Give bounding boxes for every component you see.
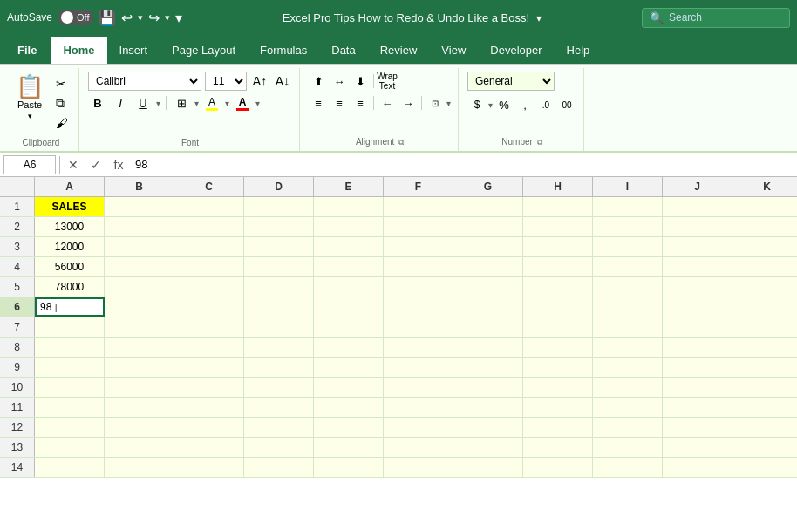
cell-j6[interactable] xyxy=(663,297,732,317)
cell-c1[interactable] xyxy=(174,197,244,216)
cell-d6[interactable] xyxy=(244,297,314,317)
cut-button[interactable]: ✂ xyxy=(52,75,72,92)
cell-g6[interactable] xyxy=(453,297,523,317)
cell-k3[interactable] xyxy=(732,237,797,256)
cell-h6[interactable] xyxy=(523,297,593,317)
cell-j7[interactable] xyxy=(663,317,732,337)
cell-f6[interactable] xyxy=(384,297,453,317)
cell-i13[interactable] xyxy=(593,438,663,457)
indent-right-button[interactable]: → xyxy=(398,93,418,113)
autosave-toggle[interactable]: Off xyxy=(58,10,92,25)
col-header-f[interactable]: F xyxy=(384,177,453,196)
cell-a6[interactable]: 98 | xyxy=(35,297,105,317)
cell-c12[interactable] xyxy=(174,418,244,437)
cell-e2[interactable] xyxy=(314,217,384,236)
cell-a7[interactable] xyxy=(35,317,105,337)
cell-k11[interactable] xyxy=(732,398,797,417)
cell-h1[interactable] xyxy=(523,197,593,216)
cell-d11[interactable] xyxy=(244,398,314,417)
cell-i8[interactable] xyxy=(593,338,663,357)
cell-j11[interactable] xyxy=(663,398,732,417)
cell-i12[interactable] xyxy=(593,418,663,437)
col-header-h[interactable]: H xyxy=(523,177,593,196)
cell-d5[interactable] xyxy=(244,277,314,297)
alignment-expand-icon[interactable]: ⧉ xyxy=(398,138,404,147)
cell-d10[interactable] xyxy=(244,378,314,397)
cell-k12[interactable] xyxy=(732,418,797,437)
tab-page-layout[interactable]: Page Layout xyxy=(160,35,248,64)
cell-f11[interactable] xyxy=(384,398,453,417)
cell-c7[interactable] xyxy=(174,317,244,337)
col-header-e[interactable]: E xyxy=(314,177,384,196)
cell-i3[interactable] xyxy=(593,237,663,256)
col-header-c[interactable]: C xyxy=(174,177,244,196)
cell-h5[interactable] xyxy=(523,277,593,297)
cell-e14[interactable] xyxy=(314,458,384,477)
title-dropdown-icon[interactable]: ▾ xyxy=(536,12,542,24)
cell-f12[interactable] xyxy=(384,418,453,437)
redo-icon[interactable]: ↪ xyxy=(148,10,160,26)
tab-review[interactable]: Review xyxy=(368,35,430,64)
cell-b8[interactable] xyxy=(105,338,174,357)
cell-b1[interactable] xyxy=(105,197,174,216)
cell-i9[interactable] xyxy=(593,358,663,377)
cell-a1[interactable]: SALES xyxy=(35,197,105,216)
cell-h12[interactable] xyxy=(523,418,593,437)
cell-i2[interactable] xyxy=(593,217,663,236)
cell-b6[interactable] xyxy=(105,297,174,317)
cell-i14[interactable] xyxy=(593,458,663,477)
cell-g8[interactable] xyxy=(453,338,523,357)
cell-i10[interactable] xyxy=(593,378,663,397)
cell-k8[interactable] xyxy=(732,338,797,357)
cell-c2[interactable] xyxy=(174,217,244,236)
cell-h2[interactable] xyxy=(523,217,593,236)
col-header-b[interactable]: B xyxy=(105,177,174,196)
cell-g13[interactable] xyxy=(453,438,523,457)
cell-f9[interactable] xyxy=(384,358,453,377)
border-button[interactable]: ⊞ xyxy=(172,93,191,113)
decrease-font-button[interactable]: A↓ xyxy=(273,72,292,91)
cell-h10[interactable] xyxy=(523,378,593,397)
align-middle-button[interactable]: ↔ xyxy=(330,72,349,91)
cell-d14[interactable] xyxy=(244,458,314,477)
col-header-k[interactable]: K xyxy=(732,177,797,196)
cell-a9[interactable] xyxy=(35,358,105,377)
cancel-formula-button[interactable]: ✕ xyxy=(64,155,83,174)
cell-g10[interactable] xyxy=(453,378,523,397)
customize-qat-icon[interactable]: ▾ xyxy=(175,10,182,26)
cell-f13[interactable] xyxy=(384,438,453,457)
increase-decimal-button[interactable]: .0 xyxy=(536,95,555,114)
cell-a13[interactable] xyxy=(35,438,105,457)
search-box[interactable]: 🔍 xyxy=(642,8,790,28)
cell-i4[interactable] xyxy=(593,257,663,276)
cell-d3[interactable] xyxy=(244,237,314,256)
format-painter-button[interactable]: 🖌 xyxy=(52,114,72,132)
cell-j13[interactable] xyxy=(663,438,732,457)
underline-dropdown[interactable]: ▾ xyxy=(156,99,160,108)
italic-button[interactable]: I xyxy=(111,93,130,113)
cell-b10[interactable] xyxy=(105,378,174,397)
fill-color-button[interactable]: A xyxy=(202,93,221,113)
cell-c5[interactable] xyxy=(174,277,244,297)
border-dropdown[interactable]: ▾ xyxy=(194,99,199,108)
cell-g14[interactable] xyxy=(453,458,523,477)
cell-c4[interactable] xyxy=(174,257,244,276)
cell-e10[interactable] xyxy=(314,378,384,397)
cell-e8[interactable] xyxy=(314,338,384,357)
cell-a11[interactable] xyxy=(35,398,105,417)
cell-c8[interactable] xyxy=(174,338,244,357)
align-center-button[interactable]: ≡ xyxy=(330,93,349,113)
cell-g2[interactable] xyxy=(453,217,523,236)
align-left-button[interactable]: ≡ xyxy=(309,93,328,113)
cell-f8[interactable] xyxy=(384,338,453,357)
cell-c11[interactable] xyxy=(174,398,244,417)
cell-d8[interactable] xyxy=(244,338,314,357)
insert-function-button[interactable]: fx xyxy=(109,155,128,174)
cell-j5[interactable] xyxy=(663,277,732,297)
number-format-select[interactable]: General xyxy=(467,72,555,91)
cell-e7[interactable] xyxy=(314,317,384,337)
cell-e3[interactable] xyxy=(314,237,384,256)
cell-f7[interactable] xyxy=(384,317,453,337)
cell-h8[interactable] xyxy=(523,338,593,357)
cell-e1[interactable] xyxy=(314,197,384,216)
